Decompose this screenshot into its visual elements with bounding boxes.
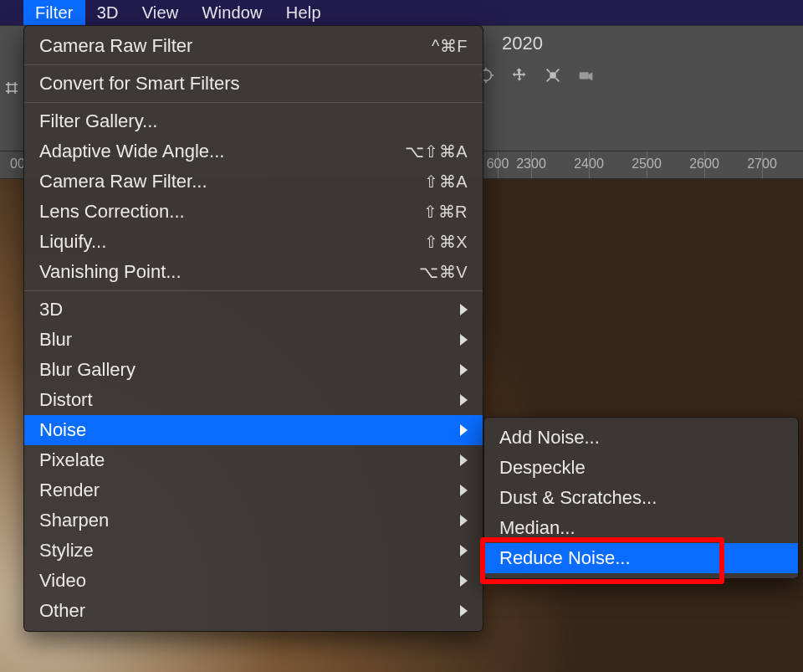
- scale-icon[interactable]: [544, 66, 562, 85]
- menu-item-shortcut: ⇧⌘A: [424, 172, 468, 192]
- menu-item-label: Dust & Scratches...: [499, 487, 657, 509]
- menu-item-label: Camera Raw Filter: [39, 35, 192, 57]
- menu-separator: [24, 102, 483, 103]
- svg-rect-2: [580, 72, 589, 79]
- ruler-tick-label: 600: [487, 156, 509, 172]
- submenu-arrow-icon: [460, 515, 468, 526]
- submenu-item-reduce-noise[interactable]: Reduce Noise...: [484, 543, 798, 573]
- menu-item-noise[interactable]: Noise: [24, 415, 483, 445]
- menu-item-shortcut: ⇧⌘R: [423, 202, 468, 222]
- filter-dropdown[interactable]: Camera Raw Filter^⌘FConvert for Smart Fi…: [23, 25, 483, 632]
- submenu-arrow-icon: [460, 575, 468, 587]
- ruler-tick-label: 2500: [632, 156, 662, 172]
- menu-item-label: Add Noise...: [499, 427, 600, 449]
- menu-item-label: Reduce Noise...: [499, 547, 631, 569]
- menu-separator: [24, 290, 483, 291]
- menu-item-convert-for-smart-filters[interactable]: Convert for Smart Filters: [24, 69, 483, 99]
- menu-item-lens-correction[interactable]: Lens Correction...⇧⌘R: [24, 197, 483, 227]
- noise-submenu[interactable]: Add Noise...DespeckleDust & Scratches...…: [483, 417, 799, 579]
- menu-3d[interactable]: 3D: [85, 0, 130, 25]
- menu-item-sharpen[interactable]: Sharpen: [24, 505, 483, 536]
- submenu-arrow-icon: [460, 424, 468, 436]
- submenu-item-add-noise[interactable]: Add Noise...: [484, 423, 798, 453]
- menu-item-render[interactable]: Render: [24, 475, 483, 505]
- menu-help[interactable]: Help: [274, 0, 333, 25]
- menu-item-label: Blur Gallery: [39, 359, 136, 381]
- menu-item-blur-gallery[interactable]: Blur Gallery: [24, 355, 483, 385]
- menu-item-pixelate[interactable]: Pixelate: [24, 445, 483, 475]
- menu-item-label: Blur: [39, 329, 72, 351]
- menu-item-label: Convert for Smart Filters: [39, 73, 240, 95]
- menu-separator: [24, 64, 483, 65]
- submenu-arrow-icon: [460, 394, 468, 406]
- camera-icon[interactable]: [577, 66, 596, 85]
- ruler-tick-label: 2600: [689, 156, 719, 172]
- menu-item-label: Liquify...: [39, 231, 106, 253]
- menu-item-liquify[interactable]: Liquify...⇧⌘X: [24, 227, 483, 257]
- submenu-item-dust-scratches[interactable]: Dust & Scratches...: [484, 483, 798, 513]
- menu-item-stylize[interactable]: Stylize: [24, 536, 483, 566]
- menu-item-label: Despeckle: [499, 457, 586, 479]
- menubar-left-gap: [0, 0, 23, 25]
- submenu-arrow-icon: [460, 605, 468, 617]
- menu-item-label: Noise: [39, 419, 86, 441]
- menu-window[interactable]: Window: [190, 0, 274, 25]
- menu-filter[interactable]: Filter: [23, 0, 85, 25]
- ruler-tick-label: 2300: [516, 156, 546, 172]
- menu-item-label: Stylize: [39, 540, 94, 562]
- menu-item-filter-gallery[interactable]: Filter Gallery...: [24, 106, 483, 136]
- menu-item-blur[interactable]: Blur: [24, 325, 483, 355]
- move-icon[interactable]: [510, 66, 529, 85]
- menu-item-label: 3D: [39, 299, 63, 321]
- submenu-arrow-icon: [460, 334, 468, 346]
- submenu-arrow-icon: [460, 485, 468, 496]
- menu-item-adaptive-wide-angle[interactable]: Adaptive Wide Angle...⌥⇧⌘A: [24, 136, 483, 167]
- menu-item-vanishing-point[interactable]: Vanishing Point...⌥⌘V: [24, 257, 483, 287]
- submenu-item-despeckle[interactable]: Despeckle: [484, 453, 798, 483]
- menu-item-shortcut: ^⌘F: [432, 36, 468, 56]
- menu-item-label: Adaptive Wide Angle...: [39, 141, 224, 162]
- menu-item-video[interactable]: Video: [24, 566, 483, 596]
- ruler-tick-label: 2400: [574, 156, 604, 172]
- submenu-arrow-icon: [460, 454, 468, 466]
- menu-item-other[interactable]: Other: [24, 596, 483, 626]
- menubar: Filter 3D View Window Help: [0, 0, 803, 25]
- menu-item-label: Pixelate: [39, 449, 105, 471]
- menu-item-camera-raw-filter[interactable]: Camera Raw Filter^⌘F: [24, 31, 483, 61]
- menu-item-label: Median...: [499, 517, 575, 539]
- menu-item-shortcut: ⇧⌘X: [424, 232, 468, 252]
- menu-item-label: Distort: [39, 389, 93, 411]
- menu-item-camera-raw-filter[interactable]: Camera Raw Filter...⇧⌘A: [24, 167, 483, 197]
- menu-item-label: Lens Correction...: [39, 201, 185, 223]
- menu-item-shortcut: ⌥⌘V: [419, 262, 468, 282]
- anchor-icon: [3, 80, 20, 96]
- menu-item-label: Filter Gallery...: [39, 110, 157, 132]
- menu-item-label: Sharpen: [39, 510, 109, 531]
- menu-item-label: Camera Raw Filter...: [39, 171, 207, 192]
- options-right-text: 2020: [502, 33, 543, 54]
- menu-item-label: Render: [39, 480, 100, 501]
- menu-item-label: Video: [39, 570, 86, 592]
- menu-item-3d[interactable]: 3D: [24, 295, 483, 325]
- submenu-arrow-icon: [460, 364, 468, 376]
- submenu-arrow-icon: [460, 304, 468, 315]
- menu-item-shortcut: ⌥⇧⌘A: [405, 141, 468, 162]
- menu-item-label: Vanishing Point...: [39, 261, 182, 283]
- submenu-item-median[interactable]: Median...: [484, 513, 798, 543]
- ruler-tick-label: 2700: [747, 156, 777, 172]
- svg-rect-1: [550, 72, 555, 78]
- submenu-arrow-icon: [460, 545, 468, 557]
- menu-view[interactable]: View: [130, 0, 191, 25]
- menu-item-label: Other: [39, 600, 85, 622]
- menu-item-distort[interactable]: Distort: [24, 385, 483, 415]
